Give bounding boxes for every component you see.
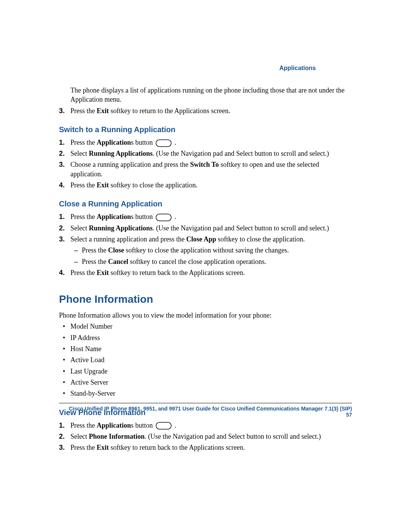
bold-exit: Exit (97, 107, 109, 115)
t: . (Use the Navigation pad and Select but… (153, 224, 329, 232)
heading-switch: Switch to a Running Application (59, 125, 352, 134)
applications-button-icon (156, 139, 172, 147)
list-item: Model Number (70, 322, 352, 331)
bold-exit: Exit (97, 181, 109, 189)
close-step-3: Select a running application and press t… (70, 235, 352, 266)
list-item: Stand-by-Server (70, 389, 352, 398)
list-item: Host Name (70, 344, 352, 353)
t: Press the (70, 422, 97, 429)
page-footer: Cisco Unified IP Phone 8961, 9951, and 9… (59, 403, 352, 418)
t: s button (131, 139, 155, 146)
t: . (Use the Navigation pad and Select but… (153, 150, 329, 157)
bold-exit: Exit (97, 269, 109, 276)
close-sub-1: Press the Close softkey to close the app… (82, 246, 352, 255)
switch-step-4: Press the Exit softkey to close the appl… (70, 181, 352, 190)
t: softkey to return back to the Applicatio… (109, 444, 245, 451)
applications-button-icon (156, 214, 172, 221)
t: softkey to close the application. (216, 235, 305, 243)
bold-application: Application (97, 213, 131, 220)
close-step-4: Press the Exit softkey to return back to… (70, 268, 352, 277)
t: s button (131, 213, 155, 220)
list-item: Active Load (70, 355, 352, 364)
list-item: IP Address (70, 333, 352, 342)
t: Select (70, 433, 89, 440)
heading-phone-information: Phone Information (59, 293, 352, 305)
svg-rect-2 (156, 422, 171, 429)
close-step-2: Select Running Applications. (Use the Na… (70, 224, 352, 233)
page-number: 57 (346, 412, 352, 418)
switch-step-3: Choose a running application and press t… (70, 160, 352, 179)
switch-step-1: Press the Applications button . (70, 138, 352, 147)
t: Press the (70, 139, 97, 146)
t: Select a running application and press t… (70, 235, 186, 243)
close-sub-2: Press the Cancel softkey to cancel the c… (82, 257, 352, 266)
t: Press the (82, 246, 108, 254)
intro-paragraph: The phone displays a list of application… (70, 86, 352, 104)
t: . (173, 422, 176, 429)
bold-application: Application (97, 139, 131, 146)
t: Press the (70, 213, 97, 220)
intro-text: The phone displays a list of application… (70, 86, 352, 104)
bold-exit: Exit (97, 444, 109, 451)
bold-running-apps: Running Applications (89, 150, 153, 157)
bold-close: Close (108, 246, 124, 254)
t: . (Use the Navigation pad and Select but… (145, 433, 321, 440)
close-step-1: Press the Applications button . (70, 212, 352, 221)
text: Press the (70, 107, 97, 115)
footer-title: Cisco Unified IP Phone 8961, 9951, and 9… (69, 406, 352, 412)
text: softkey to return to the Applications sc… (109, 107, 230, 115)
t: Press the (82, 258, 108, 265)
list-item: Last Upgrade (70, 367, 352, 376)
view-step-1: Press the Applications button . (70, 421, 352, 430)
list-item: Active Server (70, 378, 352, 387)
t: softkey to return back to the Applicatio… (109, 269, 245, 276)
bold-cancel: Cancel (108, 258, 128, 265)
bold-switch-to: Switch To (190, 161, 219, 168)
bold-close-app: Close App (186, 235, 216, 243)
view-step-2: Select Phone Information. (Use the Navig… (70, 432, 352, 441)
svg-rect-1 (156, 214, 171, 221)
view-phone-steps: Press the Applications button . Select P… (70, 421, 352, 452)
t: . (173, 213, 176, 220)
phone-info-intro: Phone Information allows you to view the… (59, 311, 352, 320)
phone-info-list: Model Number IP Address Host Name Active… (70, 322, 352, 398)
t: softkey to cancel the close application … (128, 258, 266, 265)
bold-application: Application (97, 422, 131, 429)
bold-phone-information: Phone Information (89, 433, 145, 440)
t: . (173, 139, 176, 146)
t: softkey to close the application without… (124, 246, 289, 254)
svg-rect-0 (156, 140, 171, 147)
switch-steps: Press the Applications button . Select R… (70, 138, 352, 190)
intro-steps-continued: Press the Exit softkey to return to the … (70, 106, 352, 115)
intro-step-3: Press the Exit softkey to return to the … (70, 106, 352, 115)
bold-running-apps: Running Applications (89, 224, 153, 232)
t: softkey to close the application. (109, 181, 198, 189)
switch-step-2: Select Running Applications. (Use the Na… (70, 149, 352, 158)
t: Press the (70, 444, 97, 451)
t: Select (70, 150, 89, 157)
t: Select (70, 224, 89, 232)
t: s button (131, 422, 155, 429)
applications-button-icon (156, 422, 172, 430)
page-body: The phone displays a list of application… (0, 0, 411, 452)
close-step-3-subitems: Press the Close softkey to close the app… (82, 246, 352, 266)
running-header: Applications (279, 65, 316, 72)
view-step-3: Press the Exit softkey to return back to… (70, 443, 352, 452)
t: Choose a running application and press t… (70, 161, 190, 168)
t: Press the (70, 269, 97, 276)
t: Press the (70, 181, 97, 189)
close-steps: Press the Applications button . Select R… (70, 212, 352, 277)
heading-close: Close a Running Application (59, 200, 352, 208)
